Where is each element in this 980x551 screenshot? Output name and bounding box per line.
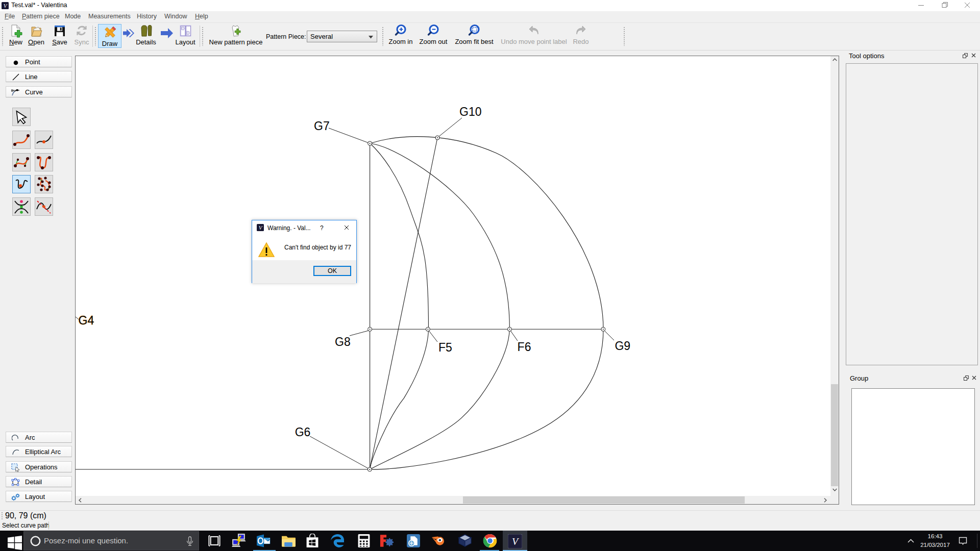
svg-text:G9: G9	[615, 339, 630, 353]
svg-text:G10: G10	[459, 105, 481, 118]
svg-text:V: V	[512, 536, 519, 547]
svg-text:F5: F5	[438, 341, 452, 354]
svg-text:G8: G8	[335, 335, 351, 348]
svg-text:G4: G4	[79, 314, 94, 327]
svg-text:F6: F6	[518, 340, 531, 354]
svg-text:G6: G6	[295, 425, 311, 439]
svg-text:G7: G7	[314, 119, 330, 133]
